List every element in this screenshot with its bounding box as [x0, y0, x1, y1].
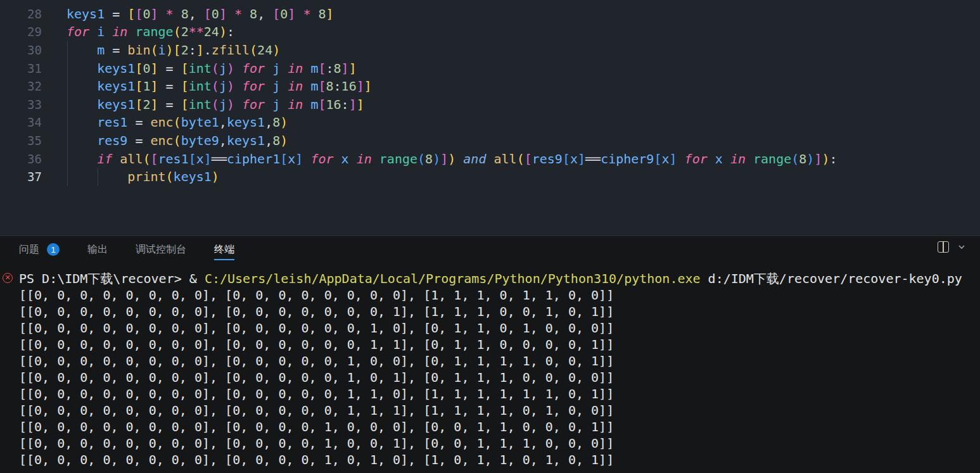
vscode-window: 2728keys1 = [[0] * 8, [0] * 8, [0] * 8]2…	[0, 0, 980, 473]
tab-terminal[interactable]: 终端	[214, 240, 234, 260]
line-number: 36	[0, 152, 42, 166]
code-text: if all([res1[x]══cipher1[x] for x in ran…	[67, 151, 837, 167]
tab-output-label: 输出	[87, 243, 108, 256]
code-text: keys1[2] = [int(j) for j in m[16:]]	[67, 97, 364, 112]
problems-count-badge: 1	[47, 243, 60, 256]
code-line[interactable]: 36 if all([res1[x]══cipher1[x] for x in …	[0, 149, 980, 168]
code-text: keys1[0] = [int(j) for j in m[:8]]	[67, 61, 357, 76]
terminal-output: [[0, 0, 0, 0, 0, 0, 0, 0], [0, 0, 0, 0, …	[19, 287, 980, 468]
terminal-output-line: [[0, 0, 0, 0, 0, 0, 0, 0], [0, 0, 0, 0, …	[19, 451, 980, 468]
line-number: 37	[0, 170, 42, 184]
terminal-output-line: [[0, 0, 0, 0, 0, 0, 0, 0], [0, 0, 0, 0, …	[19, 402, 980, 419]
code-line[interactable]: 37 print(keys1)	[0, 168, 980, 186]
code-text: res1 = enc(byte1,keys1,8)	[67, 115, 288, 130]
code-line[interactable]: 30 m = bin(i)[2:].zfill(24)	[0, 41, 980, 60]
panel-actions	[938, 241, 966, 253]
command-failed-icon: ✕	[3, 273, 13, 283]
line-number: 31	[0, 61, 42, 75]
split-terminal-icon[interactable]	[938, 241, 949, 253]
indent-guide	[67, 41, 68, 186]
line-number: 35	[0, 134, 42, 148]
tab-terminal-label: 终端	[214, 243, 234, 256]
chevron-down-icon[interactable]	[957, 243, 966, 251]
terminal-output-line: [[0, 0, 0, 0, 0, 0, 0, 0], [0, 0, 0, 0, …	[19, 353, 980, 369]
code-line[interactable]: 29for i in range(2**24):	[0, 23, 980, 41]
terminal-output-line: [[0, 0, 0, 0, 0, 0, 0, 0], [0, 0, 0, 0, …	[19, 303, 980, 320]
code-line[interactable]: 34 res1 = enc(byte1,keys1,8)	[0, 113, 980, 132]
code-text: res9 = enc(byte9,keys1,8)	[67, 133, 288, 148]
code-line[interactable]: 27	[0, 0, 980, 5]
terminal[interactable]: ✕ PS D:\IDM下载\recover> & C:/Users/leish/…	[0, 264, 980, 468]
line-number: 33	[0, 98, 42, 111]
code-text: keys1[1] = [int(j) for j in m[8:16]]	[67, 79, 372, 94]
line-number: 34	[0, 115, 42, 129]
code-text: m = bin(i)[2:].zfill(24)	[67, 42, 280, 58]
terminal-output-line: [[0, 0, 0, 0, 0, 0, 0, 0], [0, 0, 0, 0, …	[19, 320, 980, 336]
tab-output[interactable]: 输出	[87, 240, 108, 260]
line-number: 29	[0, 25, 42, 39]
terminal-output-line: [[0, 0, 0, 0, 0, 0, 0, 0], [0, 0, 0, 0, …	[19, 336, 980, 353]
terminal-output-line: [[0, 0, 0, 0, 0, 0, 0, 0], [0, 0, 0, 0, …	[19, 435, 980, 451]
line-number: 32	[0, 79, 42, 93]
terminal-prompt-line: PS D:\IDM下载\recover> & C:/Users/leish/Ap…	[19, 270, 980, 287]
code-text: keys1 = [[0] * 8, [0] * 8, [0] * 8]	[67, 6, 334, 22]
terminal-output-line: [[0, 0, 0, 0, 0, 0, 0, 0], [0, 0, 0, 0, …	[19, 369, 980, 386]
line-number: 30	[0, 43, 42, 57]
tab-debug-console[interactable]: 调试控制台	[136, 240, 186, 260]
code-text: print(keys1)	[67, 169, 219, 184]
code-editor[interactable]: 2728keys1 = [[0] * 8, [0] * 8, [0] * 8]2…	[0, 0, 980, 236]
code-line[interactable]: 35 res9 = enc(byte9,keys1,8)	[0, 132, 980, 150]
tab-problems[interactable]: 问题 1	[19, 240, 60, 260]
code-line[interactable]: 33 keys1[2] = [int(j) for j in m[16:]]	[0, 96, 980, 114]
bottom-panel: 问题 1 输出 调试控制台 终端 ✕ PS D:\IDM下载\recover> …	[0, 236, 980, 473]
code-text: for i in range(2**24):	[67, 24, 234, 39]
line-number: 27	[0, 0, 42, 3]
code-line[interactable]: 32 keys1[1] = [int(j) for j in m[8:16]]	[0, 77, 980, 96]
code-lines: 2728keys1 = [[0] * 8, [0] * 8, [0] * 8]2…	[0, 0, 980, 186]
tab-problems-label: 问题	[19, 243, 39, 256]
terminal-output-line: [[0, 0, 0, 0, 0, 0, 0, 0], [0, 0, 0, 0, …	[19, 419, 980, 435]
indent-guide	[98, 168, 98, 186]
panel-tab-bar: 问题 1 输出 调试控制台 终端	[0, 236, 980, 264]
terminal-output-line: [[0, 0, 0, 0, 0, 0, 0, 0], [0, 0, 0, 0, …	[19, 287, 980, 303]
terminal-output-line: [[0, 0, 0, 0, 0, 0, 0, 0], [0, 0, 0, 0, …	[19, 386, 980, 402]
code-line[interactable]: 31 keys1[0] = [int(j) for j in m[:8]]	[0, 59, 980, 77]
tab-debug-console-label: 调试控制台	[136, 243, 186, 256]
line-number: 28	[0, 7, 42, 21]
code-line[interactable]: 28keys1 = [[0] * 8, [0] * 8, [0] * 8]	[0, 5, 980, 23]
